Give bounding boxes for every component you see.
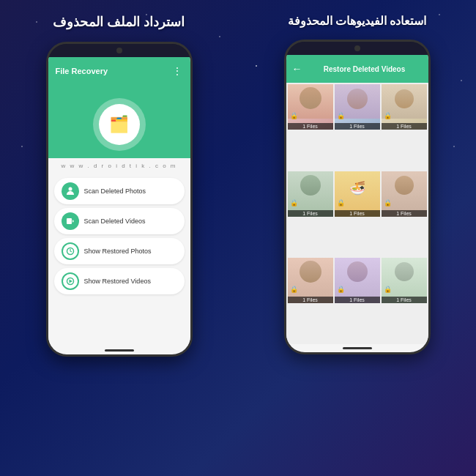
right-phone-notch bbox=[286, 42, 428, 55]
files-label-7: 1 Files bbox=[288, 297, 333, 303]
video-lock-icon-7: 🔒 bbox=[290, 286, 298, 293]
right-section: استعاده الفيديوهات المحذوفة ← Restore De… bbox=[238, 0, 476, 476]
show-restored-videos-label: Show Restored Videos bbox=[84, 278, 151, 285]
files-label-2: 1 Files bbox=[335, 123, 380, 130]
files-label-3: 1 Files bbox=[382, 123, 427, 130]
file-recovery-icon: 🗂️ bbox=[109, 115, 129, 134]
video-lock-icon-1: 🔒 bbox=[290, 112, 298, 119]
back-arrow-icon[interactable]: ← bbox=[292, 63, 302, 75]
menu-area: Scan Deleted Photos Scan Deleted Videos bbox=[48, 174, 190, 346]
files-label-4: 1 Files bbox=[288, 210, 333, 217]
svg-point-0 bbox=[68, 187, 72, 191]
video-lock-icon-3: 🔒 bbox=[384, 112, 392, 119]
camera-dot bbox=[116, 48, 122, 53]
video-lock-icon-2: 🔒 bbox=[337, 112, 345, 119]
video-cell-8[interactable]: 🔒 1 Files bbox=[335, 258, 380, 303]
scan-videos-button[interactable]: Scan Deleted Videos bbox=[54, 208, 185, 234]
video-cell-7[interactable]: 🔒 1 Files bbox=[288, 258, 333, 303]
restore-videos-title: Restore Deleted Videos bbox=[307, 65, 423, 73]
scan-videos-icon bbox=[62, 212, 79, 230]
watermark: w w w . d r o i d t i k . c o m bbox=[48, 158, 190, 174]
scan-photos-button[interactable]: Scan Deleted Photos bbox=[54, 178, 185, 204]
show-restored-videos-button[interactable]: Show Restored Videos bbox=[54, 268, 185, 294]
scan-photos-label: Scan Deleted Photos bbox=[84, 187, 146, 195]
show-restored-photos-button[interactable]: Show Restored Photos bbox=[54, 238, 185, 264]
svg-marker-2 bbox=[72, 220, 74, 223]
home-indicator bbox=[105, 349, 134, 352]
outer-circle: 🗂️ bbox=[93, 98, 146, 151]
menu-dots[interactable]: ⋮ bbox=[172, 65, 183, 77]
left-section: استرداد الملف المحذوف File Recovery ⋮ 🗂️ bbox=[0, 0, 238, 476]
video-lock-icon-5: 🔒 bbox=[337, 199, 345, 207]
left-phone-frame: File Recovery ⋮ 🗂️ w w w . d r o i d t i… bbox=[46, 42, 193, 357]
files-label-9: 1 Files bbox=[382, 297, 427, 303]
left-screen: File Recovery ⋮ 🗂️ w w w . d r o i d t i… bbox=[48, 57, 190, 354]
show-videos-icon bbox=[62, 272, 79, 290]
svg-rect-1 bbox=[67, 218, 72, 224]
video-lock-icon-4: 🔒 bbox=[290, 199, 298, 207]
video-cell-1[interactable]: 🔒 1 Files bbox=[288, 84, 333, 130]
show-restored-photos-label: Show Restored Photos bbox=[84, 248, 152, 255]
show-photos-icon bbox=[62, 242, 79, 260]
video-grid: 🔒 1 Files 🔒 1 Files 🔒 bbox=[286, 83, 428, 344]
video-cell-5[interactable]: 🍜 🔒 1 Files bbox=[335, 171, 380, 217]
files-label-6: 1 Files bbox=[382, 210, 427, 217]
scan-videos-label: Scan Deleted Videos bbox=[84, 217, 146, 225]
video-cell-3[interactable]: 🔒 1 Files bbox=[382, 84, 427, 130]
right-screen: ← Restore Deleted Videos 🔒 1 Files bbox=[286, 55, 428, 352]
video-cell-2[interactable]: 🔒 1 Files bbox=[335, 84, 380, 130]
app-topbar: File Recovery ⋮ bbox=[48, 57, 190, 85]
phone-notch bbox=[48, 44, 190, 57]
video-cell-9[interactable]: 🔒 1 Files bbox=[382, 258, 427, 303]
icon-area: 🗂️ bbox=[48, 85, 190, 158]
main-container: استرداد الملف المحذوف File Recovery ⋮ 🗂️ bbox=[0, 0, 476, 476]
scan-photos-icon bbox=[62, 182, 79, 200]
video-lock-icon-6: 🔒 bbox=[384, 199, 392, 207]
right-phone-frame: ← Restore Deleted Videos 🔒 1 Files bbox=[284, 40, 431, 354]
inner-circle: 🗂️ bbox=[99, 104, 140, 145]
video-cell-4[interactable]: 🔒 1 Files bbox=[288, 171, 333, 217]
right-camera-dot bbox=[354, 45, 360, 51]
right-arabic-title: استعاده الفيديوهات المحذوفة bbox=[288, 13, 427, 29]
video-lock-icon-9: 🔒 bbox=[384, 286, 392, 293]
files-label-1: 1 Files bbox=[288, 123, 333, 130]
svg-marker-5 bbox=[69, 280, 72, 283]
video-lock-icon-8: 🔒 bbox=[337, 286, 345, 293]
left-arabic-title: استرداد الملف المحذوف bbox=[53, 13, 185, 31]
right-home-indicator bbox=[343, 347, 372, 349]
right-topbar: ← Restore Deleted Videos bbox=[286, 55, 428, 83]
files-label-8: 1 Files bbox=[335, 297, 380, 303]
files-label-5: 1 Files bbox=[335, 210, 380, 217]
video-cell-6[interactable]: 🔒 1 Files bbox=[382, 171, 427, 217]
app-title: File Recovery bbox=[56, 67, 108, 75]
